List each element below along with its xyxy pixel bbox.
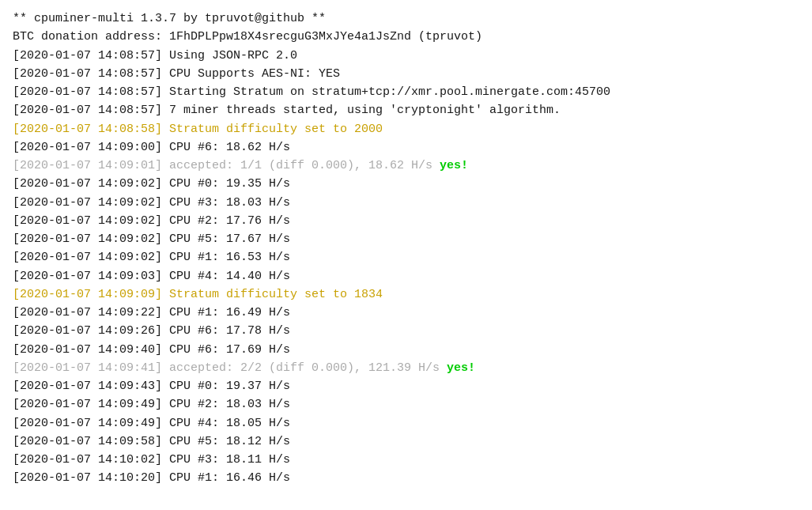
line-19-text: [2020-01-07 14:09:43] CPU #0: 19.37 H/s — [13, 380, 290, 393]
line-11-text: [2020-01-07 14:09:02] CPU #5: 17.67 H/s — [13, 232, 290, 246]
line-24-text: [2020-01-07 14:10:20] CPU #1: 16.46 H/s — [13, 471, 290, 485]
line-24: [2020-01-07 14:10:20] CPU #1: 16.46 H/s — [13, 469, 799, 487]
line-6: [2020-01-07 14:09:00] CPU #6: 18.62 H/s — [13, 138, 799, 157]
line-16-text: [2020-01-07 14:09:26] CPU #6: 17.78 H/s — [13, 324, 290, 338]
line-12: [2020-01-07 14:09:02] CPU #1: 16.53 H/s — [13, 248, 799, 266]
line-22: [2020-01-07 14:09:58] CPU #5: 18.12 H/s — [13, 433, 799, 451]
line-18: [2020-01-07 14:09:41] accepted: 2/2 (dif… — [13, 359, 799, 377]
line-3-text: [2020-01-07 14:08:57] Starting Stratum o… — [13, 85, 610, 99]
line-22-text: [2020-01-07 14:09:58] CPU #5: 18.12 H/s — [13, 435, 290, 448]
line-23: [2020-01-07 14:10:02] CPU #3: 18.11 H/s — [13, 451, 799, 469]
line-20-text: [2020-01-07 14:09:49] CPU #2: 18.03 H/s — [13, 398, 290, 411]
line-17: [2020-01-07 14:09:40] CPU #6: 17.69 H/s — [13, 341, 799, 359]
line-7-text: [2020-01-07 14:09:01] accepted: 1/1 (dif… — [13, 159, 440, 172]
line-header-2: BTC donation address: 1FhDPLPpw18X4srecg… — [13, 28, 799, 46]
line-17-text: [2020-01-07 14:09:40] CPU #6: 17.69 H/s — [13, 343, 290, 357]
line-18-text: [2020-01-07 14:09:41] accepted: 2/2 (dif… — [13, 361, 447, 375]
line-8-text: [2020-01-07 14:09:02] CPU #0: 19.35 H/s — [13, 177, 290, 191]
line-13: [2020-01-07 14:09:03] CPU #4: 14.40 H/s — [13, 267, 799, 285]
line-1: [2020-01-07 14:08:57] Using JSON-RPC 2.0 — [13, 47, 799, 65]
line-21-text: [2020-01-07 14:09:49] CPU #4: 18.05 H/s — [13, 417, 290, 430]
line-header-1: ** cpuminer-multi 1.3.7 by tpruvot@githu… — [13, 9, 799, 28]
line-10-text: [2020-01-07 14:09:02] CPU #2: 17.76 H/s — [13, 214, 290, 228]
line-14-text: [2020-01-07 14:09:09] Stratum difficulty… — [13, 288, 383, 301]
line-2: [2020-01-07 14:08:57] CPU Supports AES-N… — [13, 65, 799, 83]
line-15-text: [2020-01-07 14:09:22] CPU #1: 16.49 H/s — [13, 306, 290, 319]
line-15: [2020-01-07 14:09:22] CPU #1: 16.49 H/s — [13, 304, 799, 322]
line-21: [2020-01-07 14:09:49] CPU #4: 18.05 H/s — [13, 414, 799, 433]
line-header-1-text: ** cpuminer-multi 1.3.7 by tpruvot@githu… — [13, 12, 326, 25]
line-7: [2020-01-07 14:09:01] accepted: 1/1 (dif… — [13, 157, 799, 175]
line-9: [2020-01-07 14:09:02] CPU #3: 18.03 H/s — [13, 194, 799, 212]
line-9-text: [2020-01-07 14:09:02] CPU #3: 18.03 H/s — [13, 196, 290, 210]
line-7-yes: yes! — [440, 159, 468, 172]
line-4-text: [2020-01-07 14:08:57] 7 miner threads st… — [13, 104, 561, 117]
line-19: [2020-01-07 14:09:43] CPU #0: 19.37 H/s — [13, 377, 799, 395]
line-header-2-text: BTC donation address: 1FhDPLPpw18X4srecg… — [13, 30, 482, 43]
line-10: [2020-01-07 14:09:02] CPU #2: 17.76 H/s — [13, 212, 799, 230]
line-20: [2020-01-07 14:09:49] CPU #2: 18.03 H/s — [13, 395, 799, 414]
line-1-text: [2020-01-07 14:08:57] Using JSON-RPC 2.0 — [13, 49, 297, 62]
line-3: [2020-01-07 14:08:57] Starting Stratum o… — [13, 83, 799, 101]
line-14: [2020-01-07 14:09:09] Stratum difficulty… — [13, 285, 799, 304]
terminal-output: ** cpuminer-multi 1.3.7 by tpruvot@githu… — [13, 9, 799, 488]
line-13-text: [2020-01-07 14:09:03] CPU #4: 14.40 H/s — [13, 270, 290, 283]
line-11: [2020-01-07 14:09:02] CPU #5: 17.67 H/s — [13, 230, 799, 248]
line-5: [2020-01-07 14:08:58] Stratum difficulty… — [13, 120, 799, 138]
line-12-text: [2020-01-07 14:09:02] CPU #1: 16.53 H/s — [13, 251, 290, 264]
line-2-text: [2020-01-07 14:08:57] CPU Supports AES-N… — [13, 67, 340, 81]
line-23-text: [2020-01-07 14:10:02] CPU #3: 18.11 H/s — [13, 453, 290, 467]
line-5-text: [2020-01-07 14:08:58] Stratum difficulty… — [13, 123, 383, 136]
line-16: [2020-01-07 14:09:26] CPU #6: 17.78 H/s — [13, 322, 799, 340]
line-8: [2020-01-07 14:09:02] CPU #0: 19.35 H/s — [13, 175, 799, 193]
line-18-yes: yes! — [447, 361, 475, 375]
line-4: [2020-01-07 14:08:57] 7 miner threads st… — [13, 101, 799, 119]
line-6-text: [2020-01-07 14:09:00] CPU #6: 18.62 H/s — [13, 141, 290, 154]
